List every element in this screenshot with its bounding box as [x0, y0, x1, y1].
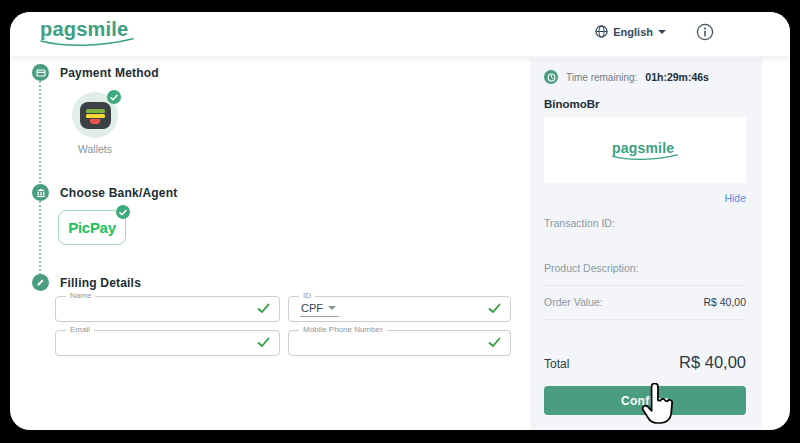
id-field: ID CPF [288, 296, 511, 322]
chevron-down-icon [328, 306, 336, 310]
confirm-button[interactable]: Confirm [544, 386, 746, 415]
pagsmile-logo: pagsmile [40, 18, 134, 47]
order-summary-panel: Time remaining: 01h:29m:46s BinomoBr pag… [530, 58, 762, 430]
phone-valid-check-icon [488, 334, 501, 352]
phone-input[interactable] [300, 335, 481, 352]
wallet-glyph [80, 102, 111, 129]
transaction-id-label: Transaction ID: [544, 217, 746, 229]
bank-icon [36, 188, 46, 198]
payment-method-title: Payment Method [60, 66, 159, 80]
app-header: pagsmile English [10, 12, 790, 56]
card-icon [36, 68, 46, 78]
wallets-label: Wallets [72, 143, 118, 155]
name-field-label: Name [66, 291, 95, 300]
picpay-selected-check-icon [116, 205, 130, 219]
phone-field-label: Mobile Phone Number [299, 325, 387, 334]
name-input[interactable] [67, 301, 250, 318]
order-value-label: Order Value: [544, 296, 603, 308]
step-filling-details: Filling Details [32, 274, 141, 291]
merchant-name: BinomoBr [544, 98, 746, 110]
language-selector[interactable]: English [595, 25, 666, 38]
total-row: Total R$ 40,00 [544, 353, 746, 372]
id-valid-check-icon [488, 300, 501, 318]
total-label: Total [544, 357, 569, 371]
pagsmile-logo-text: pagsmile [40, 18, 128, 40]
clock-icon [544, 70, 558, 84]
order-value-row: Order Value: R$ 40,00 [544, 296, 746, 320]
picpay-option[interactable]: PicPay [58, 210, 126, 245]
email-field-label: Email [66, 325, 94, 334]
order-value: R$ 40,00 [703, 296, 746, 308]
id-field-label: ID [299, 291, 315, 300]
choose-bank-title: Choose Bank/Agent [60, 186, 177, 200]
product-description-label: Product Description: [544, 262, 746, 286]
email-field: Email [55, 330, 280, 356]
email-input[interactable] [67, 335, 250, 352]
choose-bank-step-icon [32, 184, 49, 201]
wallets-option[interactable]: Wallets [72, 92, 118, 155]
checkout-card: pagsmile English [10, 12, 790, 430]
time-remaining-row: Time remaining: 01h:29m:46s [544, 70, 746, 84]
name-valid-check-icon [257, 300, 270, 318]
time-remaining-value: 01h:29m:46s [645, 71, 709, 83]
wallets-icon [72, 92, 118, 138]
step-payment-method: Payment Method [32, 64, 159, 81]
info-icon [696, 23, 714, 41]
merchant-logo-box: pagsmile [544, 117, 746, 183]
id-type-value: CPF [301, 302, 323, 314]
pencil-icon [36, 278, 45, 287]
globe-icon [595, 25, 608, 38]
hide-link[interactable]: Hide [544, 192, 746, 204]
wallets-selected-check-icon [107, 90, 121, 104]
chevron-down-icon [658, 30, 666, 34]
payment-method-step-icon [32, 64, 49, 81]
email-valid-check-icon [257, 334, 270, 352]
step-choose-bank: Choose Bank/Agent [32, 184, 177, 201]
merchant-logo: pagsmile [612, 139, 678, 161]
picpay-logo: PicPay [68, 219, 115, 236]
merchant-logo-text: pagsmile [612, 140, 674, 156]
time-remaining-label: Time remaining: [566, 72, 637, 83]
language-label: English [613, 26, 653, 38]
filling-details-step-icon [32, 274, 49, 291]
phone-field: Mobile Phone Number [288, 330, 511, 356]
name-field: Name [55, 296, 280, 322]
steps-connector-line [39, 74, 41, 282]
filling-details-title: Filling Details [60, 276, 141, 290]
info-button[interactable] [696, 23, 714, 41]
id-type-select[interactable]: CPF [300, 302, 339, 317]
total-value: R$ 40,00 [679, 353, 746, 372]
